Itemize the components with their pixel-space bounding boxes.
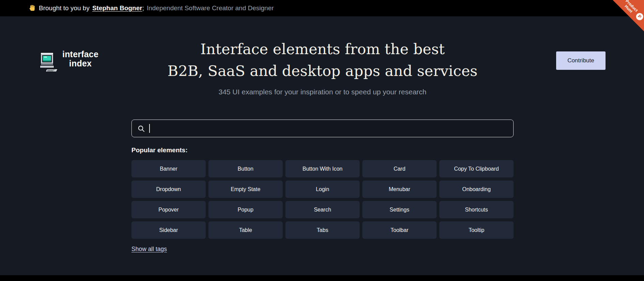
tag-button[interactable]: Table (208, 221, 283, 239)
tag-button[interactable]: Copy To Clipboard (439, 160, 514, 177)
tag-grid: BannerButtonButton With IconCardCopy To … (131, 160, 514, 239)
banner-suffix: Independent Software Creator and Designe… (147, 4, 274, 12)
search-bar[interactable] (131, 120, 514, 137)
tag-button[interactable]: Card (362, 160, 437, 177)
search-input[interactable] (154, 120, 508, 137)
tag-button[interactable]: Empty State (208, 181, 283, 198)
tag-button[interactable]: Toolbar (362, 221, 437, 239)
footer-bar (0, 275, 644, 281)
pixel-computer-icon (37, 52, 59, 73)
tag-button[interactable]: Banner (131, 160, 206, 177)
top-banner: Brought to you by Stephan Bogner; Indepe… (0, 0, 644, 16)
tag-button[interactable]: Settings (362, 201, 437, 218)
page: Brought to you by Stephan Bogner; Indepe… (0, 0, 644, 281)
contribute-button[interactable]: Contribute (556, 51, 606, 70)
popular-elements-label: Popular elements: (131, 146, 188, 154)
product-hunt-label: Product Hunt (622, 0, 639, 16)
wave-hand-icon (29, 4, 36, 12)
tag-button[interactable]: Onboarding (439, 181, 514, 198)
tag-button[interactable]: Button With Icon (285, 160, 360, 177)
tag-button[interactable]: Popup (208, 201, 283, 218)
tag-button[interactable]: Login (285, 181, 360, 198)
tag-button[interactable]: Popover (131, 201, 206, 218)
tag-button[interactable]: Tabs (285, 221, 360, 239)
banner-separator: ; (142, 4, 144, 12)
product-hunt-badge[interactable]: Product Hunt P (606, 0, 644, 38)
logo-wordmark: interface index (62, 50, 98, 68)
tag-button[interactable]: Search (285, 201, 360, 218)
author-link[interactable]: Stephan Bogner (92, 4, 142, 12)
tag-button[interactable]: Menubar (362, 181, 437, 198)
product-hunt-p-icon: P (634, 12, 644, 22)
search-icon (137, 125, 145, 132)
show-all-tags-link[interactable]: Show all tags (131, 246, 167, 253)
banner-author-wrap: Stephan Bogner; (92, 4, 144, 12)
text-cursor (149, 124, 150, 133)
banner-prefix: Brought to you by (39, 4, 90, 12)
tag-button[interactable]: Button (208, 160, 283, 177)
site-logo[interactable]: interface index (37, 50, 98, 73)
tag-button[interactable]: Sidebar (131, 221, 206, 239)
product-hunt-ribbon: Product Hunt P (613, 0, 644, 31)
tag-button[interactable]: Shortcuts (439, 201, 514, 218)
page-subtitle: 345 UI examples for your inspiration or … (131, 88, 514, 96)
tag-button[interactable]: Tooltip (439, 221, 514, 239)
page-title: Interface elements from the best B2B, Sa… (131, 38, 514, 82)
tag-button[interactable]: Dropdown (131, 181, 206, 198)
